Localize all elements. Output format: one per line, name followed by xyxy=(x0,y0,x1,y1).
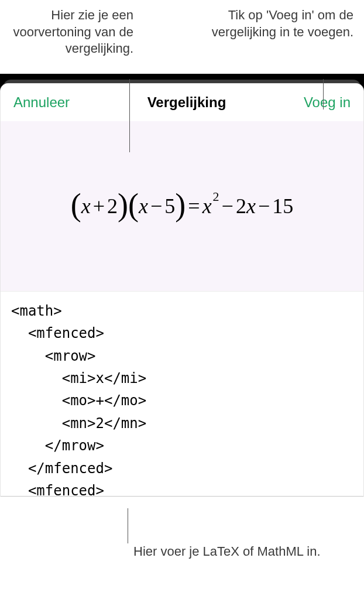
op-plus: + xyxy=(93,194,105,218)
sheet-title: Vergelijking xyxy=(147,94,226,111)
paren-close-1: ) xyxy=(118,187,128,223)
insert-button[interactable]: Voeg in xyxy=(304,94,351,111)
code-input[interactable]: <math> <mfenced> <mrow> <mi>x</mi> <mo>+… xyxy=(1,291,363,496)
callout-line-preview xyxy=(129,79,130,152)
equation-preview: ( x + 2 ) ( x − 5 ) = x 2 − 2 x − 15 xyxy=(1,121,363,291)
callout-line-insert xyxy=(323,79,324,109)
cancel-button[interactable]: Annuleer xyxy=(13,94,70,111)
op-minus-3: − xyxy=(258,194,270,218)
term-5: 5 xyxy=(164,194,175,218)
term-x-1: x xyxy=(81,194,91,218)
coef-2: 2 xyxy=(236,194,246,218)
term-x-2: x xyxy=(139,194,148,218)
callout-insert: Tik op 'Voeg in' om de vergelijking in t… xyxy=(190,7,353,57)
callout-line-input xyxy=(128,508,128,543)
op-minus-1: − xyxy=(150,194,162,218)
term-x-3: x xyxy=(202,194,212,218)
exponent-2: 2 xyxy=(213,189,219,204)
callout-input: Hier voer je LaTeX of MathML in. xyxy=(133,543,321,560)
sheet-header: Annuleer Vergelijking Voeg in xyxy=(1,84,363,121)
term-15: 15 xyxy=(272,194,293,218)
paren-close-2: ) xyxy=(175,187,186,223)
callout-preview: Hier zie je een voorvertoning van de ver… xyxy=(11,7,133,57)
equation-sheet: Annuleer Vergelijking Voeg in ( x + 2 ) … xyxy=(0,83,364,497)
divider xyxy=(1,496,363,497)
term-2: 2 xyxy=(107,194,118,218)
paren-open-2: ( xyxy=(128,187,139,223)
equation-rendered: ( x + 2 ) ( x − 5 ) = x 2 − 2 x − 15 xyxy=(71,188,293,224)
op-equals: = xyxy=(188,194,200,218)
term-x-4: x xyxy=(246,194,256,218)
op-minus-2: − xyxy=(222,194,233,218)
device-frame: Annuleer Vergelijking Voeg in ( x + 2 ) … xyxy=(0,74,364,497)
paren-open-1: ( xyxy=(71,187,81,223)
